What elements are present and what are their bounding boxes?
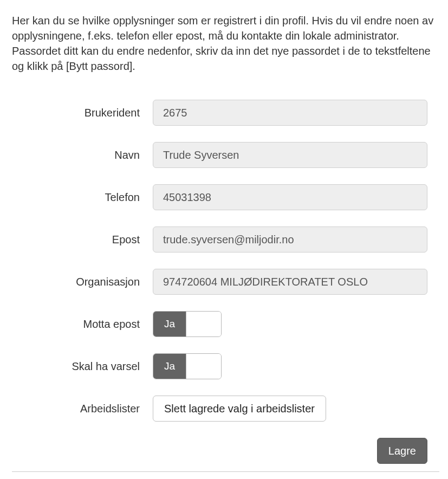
toggle-skal-ha-varsel-off [186,354,221,379]
label-navn: Navn [44,149,153,161]
label-epost: Epost [44,234,153,246]
row-telefon: Telefon [44,184,427,210]
label-arbeidslister: Arbeidslister [44,403,153,415]
input-navn[interactable] [153,142,427,168]
input-organisasjon[interactable] [153,269,427,295]
intro-text: Her kan du se hvilke opplysninger som er… [12,13,434,74]
input-brukerident[interactable] [153,100,427,126]
label-motta-epost: Motta epost [44,318,153,331]
row-motta-epost: Motta epost Ja [44,311,427,337]
label-skal-ha-varsel: Skal ha varsel [44,360,153,373]
toggle-motta-epost-off [186,312,221,336]
toggle-skal-ha-varsel-on: Ja [153,354,186,379]
label-brukerident: Brukerident [44,107,153,119]
row-skal-ha-varsel: Skal ha varsel Ja [44,353,427,379]
toggle-motta-epost-on: Ja [153,312,186,336]
row-arbeidslister: Arbeidslister Slett lagrede valg i arbei… [44,396,427,422]
row-navn: Navn [44,142,427,168]
clear-worklists-button[interactable]: Slett lagrede valg i arbeidslister [153,396,326,422]
divider [12,471,439,472]
row-brukerident: Brukerident [44,100,427,126]
row-organisasjon: Organisasjon [44,269,427,295]
profile-page: Her kan du se hvilke opplysninger som er… [0,0,448,479]
row-epost: Epost [44,226,427,253]
input-epost[interactable] [153,226,427,253]
toggle-motta-epost[interactable]: Ja [153,311,222,337]
save-button[interactable]: Lagre [377,438,427,464]
label-organisasjon: Organisasjon [44,276,153,288]
profile-form: Brukerident Navn Telefon Epost Organisas [12,100,439,422]
label-telefon: Telefon [44,191,153,204]
toggle-skal-ha-varsel[interactable]: Ja [153,353,222,379]
input-telefon[interactable] [153,184,427,210]
action-row: Lagre [12,438,439,464]
